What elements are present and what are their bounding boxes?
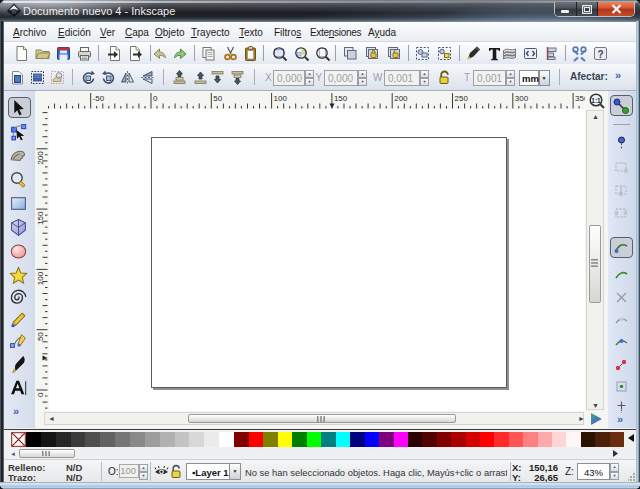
svg-text:50: 50 <box>213 94 222 103</box>
svg-text:1:1: 1:1 <box>591 97 601 104</box>
svg-text:0: 0 <box>36 392 45 397</box>
svg-text:-50: -50 <box>93 94 105 103</box>
svg-text:250: 250 <box>455 94 469 103</box>
svg-text:100: 100 <box>36 271 45 285</box>
svg-text:150: 150 <box>334 94 348 103</box>
svg-text:350: 350 <box>575 94 585 103</box>
svg-text:?: ? <box>597 48 603 59</box>
svg-text:50: 50 <box>36 332 45 341</box>
svg-text:300: 300 <box>515 94 529 103</box>
svg-text:200: 200 <box>394 94 408 103</box>
svg-text:150: 150 <box>36 211 45 225</box>
svg-text:100: 100 <box>274 94 288 103</box>
svg-text:0: 0 <box>153 94 158 103</box>
svg-text:200: 200 <box>36 151 45 165</box>
